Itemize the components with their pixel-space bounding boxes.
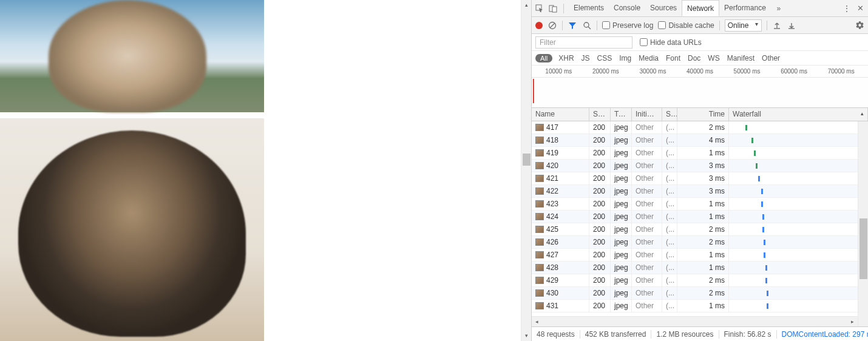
table-row[interactable]: 431200jpegOther(...1 ms bbox=[532, 300, 868, 312]
col-status[interactable]: Sta... bbox=[589, 108, 611, 121]
table-headers[interactable]: Name Sta... Type Initiator Si... Time Wa… bbox=[532, 108, 868, 121]
type-filter-ws[interactable]: WS bbox=[708, 54, 719, 62]
filter-icon[interactable] bbox=[568, 21, 577, 30]
type-filter-img[interactable]: Img bbox=[619, 54, 631, 62]
settings-gear-icon[interactable] bbox=[855, 21, 864, 30]
status-domcontentloaded: DOMContentLoaded: 297 m bbox=[777, 330, 868, 339]
search-icon[interactable] bbox=[582, 21, 592, 30]
col-type[interactable]: Type bbox=[611, 108, 632, 121]
file-icon bbox=[535, 251, 544, 258]
cell-status: 200 bbox=[589, 300, 611, 312]
table-row[interactable]: 417200jpegOther(...2 ms bbox=[532, 121, 868, 134]
col-time[interactable]: Time bbox=[677, 108, 729, 121]
hide-data-urls-checkbox[interactable]: Hide data URLs bbox=[640, 38, 702, 47]
table-row[interactable]: 418200jpegOther(...4 ms bbox=[532, 134, 868, 147]
cell-name: 419 bbox=[546, 147, 558, 160]
tab-console[interactable]: Console bbox=[609, 0, 645, 16]
type-filter-all[interactable]: All bbox=[535, 54, 552, 62]
type-filter-other[interactable]: Other bbox=[762, 54, 780, 62]
download-har-icon[interactable] bbox=[787, 21, 796, 30]
type-filter-css[interactable]: CSS bbox=[597, 54, 612, 62]
close-devtools-icon[interactable]: ✕ bbox=[855, 3, 866, 14]
cell-type: jpeg bbox=[611, 211, 632, 223]
tab-performance[interactable]: Performance bbox=[719, 0, 771, 16]
scroll-thumb[interactable] bbox=[523, 154, 531, 166]
table-row[interactable]: 420200jpegOther(...3 ms bbox=[532, 160, 868, 172]
tab-elements[interactable]: Elements bbox=[569, 0, 609, 16]
table-row[interactable]: 424200jpegOther(...1 ms bbox=[532, 211, 868, 223]
table-horizontal-scrollbar[interactable]: ◂▸ bbox=[532, 316, 858, 326]
scroll-up-icon[interactable]: ▴ bbox=[521, 0, 531, 10]
file-icon bbox=[535, 162, 544, 169]
cell-initiator: Other bbox=[632, 274, 662, 287]
type-filter-manifest[interactable]: Manifest bbox=[727, 54, 754, 62]
timeline-tick: 70000 ms bbox=[828, 68, 855, 75]
cell-waterfall bbox=[729, 300, 868, 312]
svg-rect-2 bbox=[552, 7, 557, 12]
cell-time: 1 ms bbox=[677, 147, 729, 160]
upload-har-icon[interactable] bbox=[772, 21, 782, 30]
table-row[interactable]: 427200jpegOther(...1 ms bbox=[532, 249, 868, 262]
tab-sources[interactable]: Sources bbox=[645, 0, 682, 16]
page-image-1 bbox=[0, 0, 264, 112]
table-row[interactable]: 421200jpegOther(...3 ms bbox=[532, 172, 868, 185]
table-row[interactable]: 428200jpegOther(...1 ms bbox=[532, 262, 868, 274]
type-filter-xhr[interactable]: XHR bbox=[558, 54, 574, 62]
cell-waterfall bbox=[729, 287, 868, 300]
table-vertical-scrollbar[interactable] bbox=[858, 121, 868, 326]
scroll-thumb[interactable] bbox=[860, 218, 867, 279]
table-row[interactable]: 430200jpegOther(...2 ms bbox=[532, 287, 868, 300]
scroll-down-icon[interactable]: ▾ bbox=[521, 331, 531, 341]
col-waterfall[interactable]: Waterfall▴ bbox=[729, 108, 868, 121]
preserve-log-checkbox[interactable]: Preserve log bbox=[602, 21, 653, 30]
scroll-left-icon[interactable]: ◂ bbox=[532, 317, 542, 326]
cell-initiator: Other bbox=[632, 185, 662, 198]
tab-network[interactable]: Network bbox=[682, 0, 719, 16]
kebab-menu-icon[interactable]: ⋮ bbox=[841, 3, 852, 14]
cell-time: 2 ms bbox=[677, 274, 729, 287]
cell-status: 200 bbox=[589, 134, 611, 147]
page-scrollbar[interactable]: ▴ ▾ bbox=[521, 0, 531, 341]
cell-initiator: Other bbox=[632, 236, 662, 249]
inspect-element-icon[interactable] bbox=[534, 3, 545, 14]
cell-waterfall bbox=[729, 274, 868, 287]
status-resources: 1.2 MB resources bbox=[651, 330, 719, 339]
cell-status: 200 bbox=[589, 172, 611, 185]
file-icon bbox=[535, 137, 544, 144]
scroll-right-icon[interactable]: ▸ bbox=[847, 317, 858, 326]
cell-initiator: Other bbox=[632, 160, 662, 172]
col-size[interactable]: Si... bbox=[662, 108, 677, 121]
throttle-select[interactable]: Online bbox=[725, 19, 762, 32]
timeline-overview[interactable]: 10000 ms20000 ms30000 ms40000 ms50000 ms… bbox=[532, 66, 868, 108]
type-filter-font[interactable]: Font bbox=[666, 54, 680, 62]
table-row[interactable]: 419200jpegOther(...1 ms bbox=[532, 147, 868, 160]
table-row[interactable]: 426200jpegOther(...2 ms bbox=[532, 236, 868, 249]
cell-time: 1 ms bbox=[677, 300, 729, 312]
type-filter-js[interactable]: JS bbox=[581, 54, 590, 62]
cell-waterfall bbox=[729, 147, 868, 160]
filter-input[interactable] bbox=[535, 36, 632, 49]
cell-status: 200 bbox=[589, 274, 611, 287]
cell-waterfall bbox=[729, 185, 868, 198]
clear-icon[interactable] bbox=[548, 21, 557, 30]
cell-time: 2 ms bbox=[677, 287, 729, 300]
table-row[interactable]: 423200jpegOther(...1 ms bbox=[532, 198, 868, 211]
cell-name: 423 bbox=[546, 198, 558, 211]
type-filter-media[interactable]: Media bbox=[639, 54, 659, 62]
record-icon[interactable] bbox=[535, 22, 543, 29]
devtools-tabbar: ElementsConsoleSourcesNetworkPerformance… bbox=[532, 0, 868, 17]
cell-time: 3 ms bbox=[677, 185, 729, 198]
table-row[interactable]: 425200jpegOther(...2 ms bbox=[532, 223, 868, 236]
cell-size: (... bbox=[662, 121, 677, 134]
cell-initiator: Other bbox=[632, 249, 662, 262]
request-table: 417200jpegOther(...2 ms418200jpegOther(.… bbox=[532, 121, 868, 326]
table-row[interactable]: 422200jpegOther(...3 ms bbox=[532, 185, 868, 198]
col-initiator[interactable]: Initiator bbox=[632, 108, 662, 121]
svg-line-6 bbox=[588, 27, 591, 29]
col-name[interactable]: Name bbox=[532, 108, 589, 121]
disable-cache-checkbox[interactable]: Disable cache bbox=[658, 21, 714, 30]
table-row[interactable]: 429200jpegOther(...2 ms bbox=[532, 274, 868, 287]
overflow-tabs-icon[interactable]: » bbox=[773, 3, 784, 14]
type-filter-doc[interactable]: Doc bbox=[688, 54, 700, 62]
device-toolbar-icon[interactable] bbox=[548, 3, 558, 14]
